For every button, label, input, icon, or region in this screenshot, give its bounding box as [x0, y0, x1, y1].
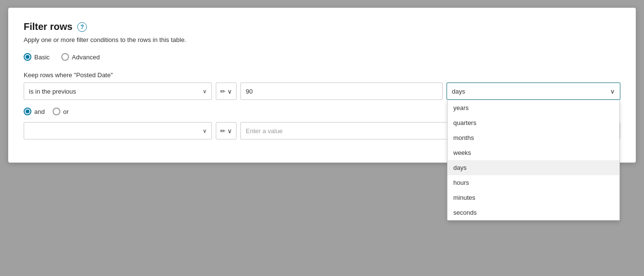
dialog-title: Filter rows: [24, 21, 72, 32]
option-minutes[interactable]: minutes: [448, 190, 619, 205]
and-label: and: [34, 108, 45, 115]
advanced-radio[interactable]: [61, 53, 69, 61]
pencil-icon-2: ✏: [220, 127, 225, 135]
edit-chevron-1: ∨: [227, 88, 232, 95]
value-placeholder: Enter a value: [246, 127, 283, 135]
or-radio[interactable]: [53, 108, 60, 115]
first-filter-row: is in the previous ∨ ✏ ∨ 90 days ∨ years…: [24, 83, 620, 100]
or-radio-label[interactable]: or: [53, 108, 69, 115]
unit-dropdown-menu: years quarters months weeks days hours m…: [447, 100, 620, 221]
filter-mode-group: Basic Advanced: [24, 53, 620, 61]
help-icon[interactable]: ?: [77, 22, 87, 32]
filter-section-label: Keep rows where "Posted Date": [24, 71, 620, 79]
number-value-input[interactable]: 90: [240, 83, 443, 100]
option-years[interactable]: years: [448, 100, 619, 115]
second-condition-chevron: ∨: [203, 128, 207, 134]
option-months[interactable]: months: [448, 130, 619, 145]
unit-chevron: ∨: [610, 88, 615, 95]
dialog-subtitle: Apply one or more filter conditions to t…: [24, 36, 620, 43]
basic-label: Basic: [34, 54, 50, 61]
or-label: or: [63, 108, 69, 115]
pencil-icon-1: ✏: [220, 88, 225, 95]
unit-value: days: [452, 88, 465, 95]
filter-rows-dialog: Filter rows ? Apply one or more filter c…: [8, 8, 636, 163]
unit-select[interactable]: days ∨ years quarters months weeks days …: [447, 83, 620, 100]
edit-button-2[interactable]: ✏ ∨: [216, 122, 237, 139]
and-radio[interactable]: [24, 108, 31, 115]
and-radio-label[interactable]: and: [24, 108, 45, 115]
condition-chevron: ∨: [203, 88, 207, 95]
option-quarters[interactable]: quarters: [448, 115, 619, 130]
option-hours[interactable]: hours: [448, 175, 619, 190]
advanced-radio-label[interactable]: Advanced: [61, 53, 100, 61]
option-weeks[interactable]: weeks: [448, 145, 619, 160]
option-seconds[interactable]: seconds: [448, 205, 619, 220]
basic-radio[interactable]: [24, 53, 31, 61]
edit-chevron-2: ∨: [227, 127, 232, 135]
dialog-title-row: Filter rows ?: [24, 21, 620, 32]
condition-value: is in the previous: [29, 88, 76, 95]
edit-button-1[interactable]: ✏ ∨: [216, 83, 237, 100]
advanced-label: Advanced: [72, 54, 100, 61]
condition-select[interactable]: is in the previous ∨: [24, 83, 212, 100]
second-condition-select[interactable]: ∨: [24, 122, 212, 139]
option-days[interactable]: days: [448, 160, 619, 175]
basic-radio-label[interactable]: Basic: [24, 53, 50, 61]
